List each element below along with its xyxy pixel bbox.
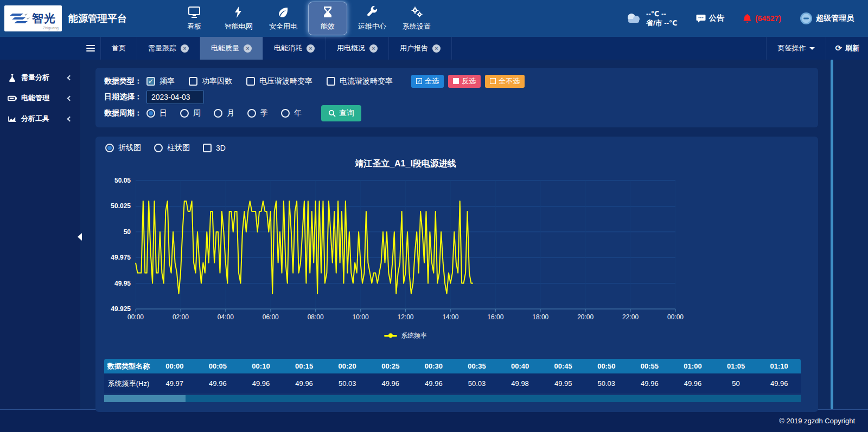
sidebar-collapse-arrow-icon[interactable] bbox=[78, 233, 82, 241]
checkbox-icon bbox=[246, 77, 255, 86]
radio-label: 日 bbox=[159, 108, 167, 118]
table-header-cell: 00:45 bbox=[541, 359, 585, 373]
sidebar-toggle-button[interactable] bbox=[80, 37, 101, 60]
top-header: 智光 Zhiguang 能源管理平台 看板 智能电网 安全用电 bbox=[0, 0, 868, 37]
nav-item-smart-grid[interactable]: 智能电网 bbox=[219, 2, 258, 35]
svg-text:00:00: 00:00 bbox=[127, 313, 144, 321]
date-input[interactable] bbox=[146, 90, 204, 104]
svg-text:06:00: 06:00 bbox=[263, 313, 279, 321]
nav-item-ops-center[interactable]: 运维中心 bbox=[353, 2, 392, 35]
table-horizontal-scrollbar[interactable] bbox=[104, 395, 801, 402]
nav-item-safe-power[interactable]: 安全用电 bbox=[264, 2, 303, 35]
alarm-bell-icon bbox=[743, 14, 752, 23]
main-nav: 看板 智能电网 安全用电 能效 运维中心 bbox=[175, 0, 436, 37]
data-table: 数据类型名称00:0000:0500:1000:1500:2000:2500:3… bbox=[104, 359, 801, 402]
svg-text:49.925: 49.925 bbox=[111, 305, 131, 313]
legend-label: 系统频率 bbox=[401, 331, 427, 340]
tab-close-icon[interactable]: × bbox=[181, 44, 189, 53]
main-content: 数据类型： ✓ 频率 功率因数 电压谐波畸变率 电流谐波畸变率 bbox=[80, 60, 868, 409]
checkbox-current-thd[interactable]: 电流谐波畸变率 bbox=[327, 76, 393, 86]
sidebar-item-label: 需量分析 bbox=[21, 73, 63, 82]
svg-text:18:00: 18:00 bbox=[532, 313, 548, 321]
nav-label: 智能电网 bbox=[225, 22, 253, 31]
empty-box-icon bbox=[490, 78, 496, 84]
table-header-cell: 00:40 bbox=[499, 359, 542, 373]
user-menu[interactable]: 超级管理员 bbox=[800, 12, 854, 25]
svg-text:14:00: 14:00 bbox=[442, 313, 458, 321]
sidebar-item-demand-analysis[interactable]: 需量分析 bbox=[0, 67, 80, 88]
chart-title: 靖江圣立_A1_I段电源进线 bbox=[136, 158, 675, 170]
sidebar-item-energy-management[interactable]: 电能管理 bbox=[0, 88, 80, 108]
table-cell: 50.03 bbox=[585, 373, 628, 394]
nav-item-system-settings[interactable]: 系统设置 bbox=[397, 2, 436, 35]
query-button[interactable]: 查询 bbox=[321, 105, 361, 121]
radio-period-year[interactable]: 年 bbox=[281, 108, 302, 118]
nav-item-energy-efficiency[interactable]: 能效 bbox=[308, 2, 347, 35]
tab-ops-label: 页签操作 bbox=[777, 43, 806, 53]
vertical-scrollbar[interactable] bbox=[831, 60, 833, 409]
chart-canvas: 50.0550.0255049.97549.9549.92500:0002:00… bbox=[104, 171, 809, 329]
radio-period-month[interactable]: 月 bbox=[214, 108, 234, 118]
tab-close-icon[interactable]: × bbox=[432, 44, 441, 53]
select-all-label: 全选 bbox=[425, 76, 439, 86]
tab-energy-consumption[interactable]: 电能消耗 × bbox=[263, 37, 326, 60]
table-header-row: 数据类型名称00:0000:0500:1000:1500:2000:2500:3… bbox=[104, 359, 801, 373]
tab-power-quality[interactable]: 电能质量 × bbox=[200, 37, 263, 60]
radio-period-day[interactable]: 日 bbox=[146, 108, 167, 118]
tab-home[interactable]: 首页 bbox=[101, 37, 137, 60]
tab-user-report[interactable]: 用户报告 × bbox=[389, 37, 452, 60]
notice-button[interactable]: 公告 bbox=[696, 14, 724, 23]
refresh-button[interactable]: ⟳ 刷新 bbox=[826, 37, 868, 60]
nav-label: 看板 bbox=[187, 22, 201, 31]
checkbox-checked-icon: ✓ bbox=[146, 77, 155, 86]
tab-operations-dropdown[interactable]: 页签操作 bbox=[766, 37, 826, 60]
gears-icon bbox=[410, 5, 423, 18]
tab-power-overview[interactable]: 用电概况 × bbox=[326, 37, 389, 60]
radio-period-quarter[interactable]: 季 bbox=[247, 108, 268, 118]
radio-label: 折线图 bbox=[118, 143, 141, 153]
weather-temp: --℃ -- bbox=[646, 9, 678, 18]
checkbox-frequency[interactable]: ✓ 频率 bbox=[146, 76, 175, 86]
page-body: 需量分析 电能管理 分析工具 数据类型： bbox=[0, 60, 868, 409]
table-cell: 49.98 bbox=[499, 373, 542, 394]
select-none-button[interactable]: 全不选 bbox=[485, 75, 525, 88]
logo-text: 智光 bbox=[32, 11, 56, 26]
line-chart: 50.0550.0255049.97549.9549.92500:0002:00… bbox=[104, 171, 809, 331]
checkbox-label: 电压谐波畸变率 bbox=[259, 76, 312, 86]
filter-panel: 数据类型： ✓ 频率 功率因数 电压谐波畸变率 电流谐波畸变率 bbox=[95, 68, 818, 127]
tab-close-icon[interactable]: × bbox=[369, 44, 378, 53]
alarm-button[interactable]: (64527) bbox=[743, 14, 781, 23]
sidebar: 需量分析 电能管理 分析工具 bbox=[0, 60, 80, 409]
tabbar-left-pad bbox=[0, 37, 80, 60]
svg-text:08:00: 08:00 bbox=[308, 313, 324, 321]
checkbox-voltage-thd[interactable]: 电压谐波畸变率 bbox=[246, 76, 312, 86]
sidebar-item-analysis-tools[interactable]: 分析工具 bbox=[0, 108, 80, 129]
weather-widget: --℃ -- 省/市 --℃ bbox=[624, 9, 678, 28]
invert-label: 反选 bbox=[462, 76, 476, 86]
select-all-button[interactable]: ✓ 全选 bbox=[411, 75, 444, 88]
alarm-count: (64527) bbox=[755, 14, 781, 23]
checkbox-icon bbox=[203, 144, 212, 152]
nav-label: 安全用电 bbox=[269, 22, 297, 31]
radio-line-chart[interactable]: 折线图 bbox=[105, 143, 141, 153]
data-type-label: 数据类型： bbox=[104, 76, 142, 86]
radio-bar-chart[interactable]: 柱状图 bbox=[154, 143, 190, 153]
tab-demand-tracking[interactable]: 需量跟踪 × bbox=[137, 37, 200, 60]
scrollbar-thumb[interactable] bbox=[104, 395, 186, 402]
table-cell: 49.95 bbox=[541, 373, 585, 394]
chart-legend[interactable]: 系统频率 bbox=[136, 331, 675, 340]
tab-close-icon[interactable]: × bbox=[244, 44, 252, 53]
checkbox-checked-icon: ✓ bbox=[416, 78, 422, 84]
checkbox-power-factor[interactable]: 功率因数 bbox=[189, 76, 232, 86]
tab-label: 首页 bbox=[112, 43, 126, 53]
legend-line-marker-icon bbox=[384, 335, 397, 337]
page-footer: © 2019 zgzdh Copyright bbox=[0, 409, 868, 432]
nav-item-dashboard[interactable]: 看板 bbox=[175, 2, 214, 35]
user-avatar-icon bbox=[800, 12, 813, 25]
invert-selection-button[interactable]: 反选 bbox=[448, 75, 481, 88]
table-header-cell: 01:10 bbox=[757, 359, 801, 373]
radio-period-week[interactable]: 周 bbox=[180, 108, 201, 118]
tab-close-icon[interactable]: × bbox=[307, 44, 315, 53]
checkbox-3d[interactable]: 3D bbox=[203, 144, 226, 152]
sidebar-item-label: 分析工具 bbox=[21, 114, 63, 124]
